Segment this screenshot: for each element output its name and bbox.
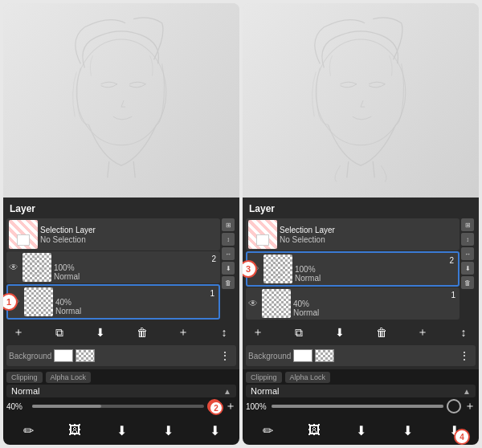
left-tool-down3[interactable]: ⬇ — [203, 419, 226, 442]
left-layer-actions: ＋ ⧉ ⬇ 🗑 ＋ ↕ — [6, 321, 236, 344]
right-side-icon-4[interactable]: ⬇ — [461, 262, 474, 275]
left-layer1-opacity: 40% — [55, 298, 216, 307]
left-tool-down1[interactable]: ⬇ — [110, 419, 133, 442]
right-selection-layer-info: Selection Layer No Selection — [280, 226, 457, 244]
right-layer-panel: Layer Selection Layer No Selection 3 — [243, 198, 479, 369]
right-duplicate-btn[interactable]: ⧉ — [290, 324, 308, 341]
left-bottom-bar: Clipping Alpha Lock Normal ▲ 40% 2 ＋ — [3, 369, 239, 416]
left-add-layer-btn[interactable]: ＋ — [10, 324, 27, 341]
left-layer2-row[interactable]: 👁 2 — [6, 251, 220, 283]
right-opacity-value: 100% — [246, 402, 268, 411]
right-panel: Layer Selection Layer No Selection 3 — [243, 3, 479, 445]
right-alpha-lock-btn[interactable]: Alpha Lock — [285, 372, 331, 383]
left-bg-more[interactable]: ⋮ — [216, 347, 234, 365]
right-side-icon-1[interactable]: ⊞ — [461, 218, 474, 231]
left-side-icon-5[interactable]: 🗑 — [222, 276, 235, 289]
left-selection-layer-row[interactable]: Selection Layer No Selection — [6, 218, 220, 250]
right-merge-btn[interactable]: ⬇ — [331, 324, 349, 341]
right-bg-more[interactable]: ⋮ — [455, 347, 473, 365]
right-side-icon-3[interactable]: ↔ — [461, 247, 474, 260]
circle-indicator-1: 1 — [3, 293, 18, 311]
right-add2-btn[interactable]: ＋ — [414, 324, 431, 341]
right-layer2-mode: Normal — [295, 274, 455, 283]
left-bg-row: Background ⋮ — [6, 345, 236, 366]
svg-point-2 — [316, 39, 406, 145]
left-bg-thumb-check — [76, 349, 95, 362]
left-tool-pen[interactable]: ✏ — [17, 419, 39, 442]
left-clipping-btn[interactable]: Clipping — [6, 372, 43, 383]
right-side-icon-5[interactable]: 🗑 — [461, 276, 474, 289]
left-layer-title: Layer — [6, 201, 236, 217]
right-opacity-row: 100% ＋ — [246, 399, 476, 413]
left-layer1-row[interactable]: 1 👁 1 40% Normal — [6, 284, 220, 320]
left-blend-mode-label: Normal — [11, 386, 39, 396]
right-selection-layer-sub: No Selection — [280, 235, 457, 244]
left-blend-arrow: ▲ — [223, 387, 231, 396]
selection-layer-name: Selection Layer — [40, 226, 218, 235]
left-layer2-eye[interactable]: 👁 — [9, 262, 18, 273]
right-layer2-info: 2 100% Normal — [295, 256, 455, 283]
left-opacity-plus[interactable]: ＋ — [225, 399, 236, 413]
left-side-icon-3[interactable]: ↔ — [222, 247, 235, 260]
right-tool-down3[interactable]: 4 ⬇ — [443, 419, 465, 442]
left-layer2-mode: Normal — [54, 272, 218, 281]
left-tool-img[interactable]: 🖼 — [63, 419, 86, 442]
left-layer1-info: 1 40% Normal — [55, 289, 216, 316]
left-merge-btn[interactable]: ⬇ — [92, 324, 109, 341]
left-opacity-slider[interactable] — [32, 405, 204, 408]
right-side-icons: ⊞ ↕ ↔ ⬇ 🗑 — [461, 218, 476, 320]
right-layer1-eye[interactable]: 👁 — [248, 298, 258, 309]
left-delete-btn[interactable]: 🗑 — [133, 324, 151, 341]
right-tool-pen[interactable]: ✏ — [256, 419, 279, 442]
left-tool-row: ✏ 🖼 ⬇ ⬇ ⬇ — [3, 416, 239, 445]
right-layer2-row[interactable]: 3 👁 2 100% No — [246, 251, 460, 287]
left-add2-btn[interactable]: ＋ — [174, 324, 192, 341]
right-bg-row: Background ⋮ — [246, 345, 476, 366]
left-opacity-circle[interactable]: 2 — [207, 399, 222, 413]
left-duplicate-btn[interactable]: ⧉ — [51, 324, 68, 341]
right-layer1-info: 1 40% Normal — [293, 291, 457, 317]
right-tool-down2[interactable]: ⬇ — [396, 419, 419, 442]
right-tool-down1[interactable]: ⬇ — [349, 419, 372, 442]
left-alpha-lock-btn[interactable]: Alpha Lock — [46, 372, 92, 383]
right-side-icon-2[interactable]: ↕ — [461, 233, 474, 246]
left-merge2-btn[interactable]: ↕ — [215, 324, 233, 341]
right-bottom-bar: Clipping Alpha Lock Normal ▲ 100% ＋ — [243, 369, 479, 416]
left-tool-down2[interactable]: ⬇ — [157, 419, 179, 442]
right-opacity-plus[interactable]: ＋ — [464, 399, 476, 413]
right-merge2-btn[interactable]: ↕ — [455, 324, 472, 341]
right-layer1-row[interactable]: 👁 1 40% Normal — [246, 287, 460, 320]
left-canvas — [3, 3, 239, 198]
left-panel: Layer Selection Layer No Selection 👁 — [3, 3, 239, 445]
right-delete-btn[interactable]: 🗑 — [373, 324, 390, 341]
right-blend-mode-label: Normal — [251, 386, 279, 396]
circle-indicator-2: 2 — [209, 401, 223, 415]
right-layer2-opacity: 100% — [295, 265, 455, 274]
left-blend-mode-row[interactable]: Normal ▲ — [6, 385, 236, 397]
right-tool-img[interactable]: 🖼 — [303, 419, 325, 442]
right-layer-actions: ＋ ⧉ ⬇ 🗑 ＋ ↕ — [246, 321, 476, 344]
left-side-icon-2[interactable]: ↕ — [222, 233, 235, 246]
right-tool-row: ✏ 🖼 ⬇ ⬇ 4 ⬇ — [243, 416, 479, 445]
left-opacity-value: 40% — [6, 402, 29, 411]
right-layer2-number: 2 — [295, 256, 455, 265]
right-bg-thumb-white — [293, 349, 312, 362]
right-selection-layer-row[interactable]: Selection Layer No Selection — [246, 218, 460, 250]
left-side-icon-4[interactable]: ⬇ — [222, 262, 235, 275]
left-opacity-row: 40% 2 ＋ — [6, 399, 236, 413]
right-add-layer-btn[interactable]: ＋ — [249, 324, 267, 341]
right-clipping-btn[interactable]: Clipping — [246, 372, 282, 383]
left-layer1-number: 1 — [55, 289, 216, 298]
right-layer1-number: 1 — [293, 291, 457, 299]
left-opacity-fill — [32, 405, 101, 408]
left-side-icon-1[interactable]: ⊞ — [222, 218, 235, 231]
right-opacity-slider[interactable] — [272, 405, 443, 408]
left-layer2-number: 2 — [54, 255, 218, 263]
right-blend-mode-row[interactable]: Normal ▲ — [246, 385, 476, 397]
circle-indicator-4: 4 — [454, 429, 470, 445]
right-opacity-circle[interactable] — [447, 399, 461, 413]
right-selection-layer-name: Selection Layer — [280, 226, 457, 235]
right-layer1-opacity: 40% — [293, 299, 457, 308]
selection-layer-info: Selection Layer No Selection — [40, 226, 218, 244]
selection-thumb — [9, 220, 38, 249]
